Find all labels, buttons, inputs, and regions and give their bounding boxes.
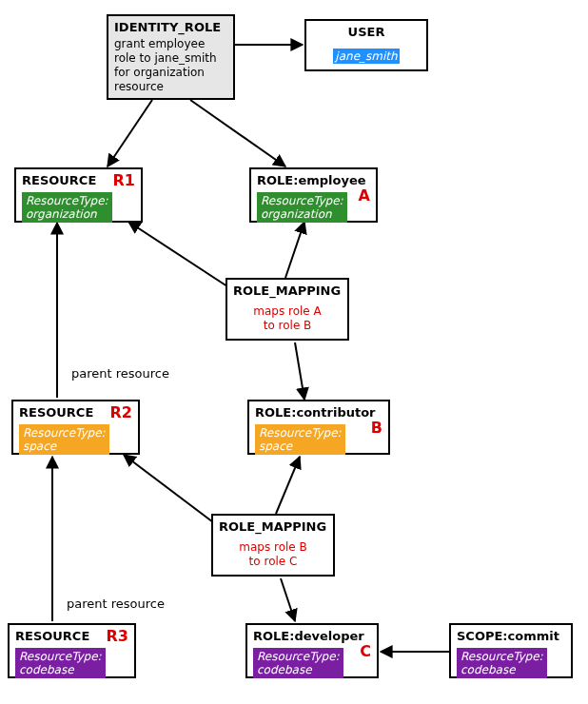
role-b-type-l1: ResourceType: [259, 426, 342, 440]
role-b-type: ResourceType: space [255, 424, 345, 456]
resource-r1-letter: R1 [113, 171, 135, 189]
scope-type: ResourceType: codebase [457, 648, 547, 679]
role-a-title: ROLE:employee [257, 173, 370, 188]
resource-r1-type: ResourceType: organization [22, 192, 112, 224]
user-name: jane_smith [333, 49, 399, 64]
diagram-stage: IDENTITY_ROLE grant employee role to jan… [0, 0, 588, 704]
resource-r2-type-l2: space [23, 440, 56, 453]
role-mapping-2-l1: maps role B [239, 540, 307, 554]
svg-line-9 [281, 578, 295, 621]
edge-label-parent-1: parent resource [71, 366, 169, 381]
resource-r2-letter: R2 [110, 403, 132, 421]
resource-r2-type-l1: ResourceType: [23, 426, 106, 440]
role-c-type: ResourceType: codebase [253, 648, 343, 679]
svg-line-2 [190, 100, 285, 166]
identity-role-node: IDENTITY_ROLE grant employee role to jan… [107, 14, 235, 100]
role-mapping-2-title: ROLE_MAPPING [219, 519, 327, 535]
role-mapping-1-title: ROLE_MAPPING [233, 284, 342, 299]
resource-r2-type: ResourceType: space [19, 424, 109, 456]
role-a-letter: A [359, 186, 370, 205]
scope-type-l2: codebase [461, 663, 516, 676]
role-a-type: ResourceType: organization [257, 192, 347, 224]
role-b-type-l2: space [259, 440, 292, 453]
role-c-type-l2: codebase [257, 663, 312, 676]
resource-r3-type-l2: codebase [19, 663, 74, 676]
role-mapping-2-desc: maps role B to role C [219, 540, 327, 569]
svg-line-5 [295, 342, 304, 400]
role-b-letter: B [371, 419, 382, 437]
resource-r1-node: RESOURCE R1 ResourceType: organization [14, 167, 143, 223]
role-a-type-l2: organization [261, 207, 332, 221]
resource-r3-letter: R3 [107, 627, 128, 645]
scope-node: SCOPE:commit ResourceType: codebase [449, 623, 573, 678]
scope-type-l1: ResourceType: [461, 650, 543, 663]
role-b-node: ROLE:contributor B ResourceType: space [247, 400, 390, 455]
identity-role-title: IDENTITY_ROLE [114, 20, 227, 35]
role-a-type-l1: ResourceType: [261, 194, 343, 207]
role-b-title: ROLE:contributor [255, 405, 382, 420]
svg-line-4 [285, 222, 304, 278]
role-mapping-2-node: ROLE_MAPPING maps role B to role C [211, 514, 335, 577]
edge-label-parent-2: parent resource [67, 596, 165, 611]
resource-r1-type-l2: organization [26, 207, 97, 221]
svg-line-7 [124, 455, 221, 528]
resource-r3-type-l1: ResourceType: [19, 650, 102, 663]
role-mapping-1-node: ROLE_MAPPING maps role A to role B [225, 278, 349, 341]
svg-line-1 [108, 100, 152, 166]
role-a-node: ROLE:employee A ResourceType: organizati… [249, 167, 378, 223]
identity-role-desc: grant employee role to jane_smith for or… [114, 37, 227, 94]
svg-line-3 [128, 222, 233, 290]
scope-title: SCOPE:commit [457, 629, 565, 644]
resource-r2-node: RESOURCE R2 ResourceType: space [11, 400, 140, 455]
resource-r3-type: ResourceType: codebase [15, 648, 106, 679]
role-c-node: ROLE:developer C ResourceType: codebase [245, 623, 379, 678]
role-mapping-1-l1: maps role A [253, 304, 321, 318]
role-c-letter: C [360, 642, 371, 660]
role-c-title: ROLE:developer [253, 629, 371, 644]
role-c-type-l1: ResourceType: [257, 650, 340, 663]
resource-r1-type-l1: ResourceType: [26, 194, 108, 207]
svg-line-8 [276, 457, 300, 514]
resource-r3-node: RESOURCE R3 ResourceType: codebase [8, 623, 136, 678]
user-node: USER jane_smith [304, 19, 428, 71]
role-mapping-1-desc: maps role A to role B [233, 304, 342, 333]
user-title: USER [312, 25, 421, 40]
role-mapping-1-l2: to role B [264, 319, 312, 332]
role-mapping-2-l2: to role C [249, 555, 298, 568]
